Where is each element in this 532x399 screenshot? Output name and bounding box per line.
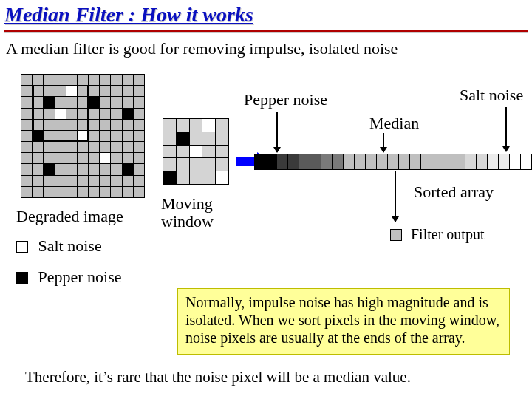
moving-window-grid (163, 118, 229, 185)
output-pointer (395, 171, 396, 222)
pepper-noise-label: Pepper noise (244, 90, 327, 109)
legend-pepper: Pepper noise (16, 267, 122, 287)
pepper-pointer (276, 112, 278, 152)
salt-swatch-icon (16, 241, 28, 253)
conclusion-text: Therefore, it’s rare that the noise pixe… (25, 368, 411, 386)
intro-text: A median filter is good for removing imp… (0, 32, 532, 58)
note-callout: Normally, impulse noise has high magnitu… (177, 288, 510, 355)
moving-window-text: Moving window (161, 195, 228, 231)
sorted-array-row (254, 154, 532, 170)
filter-output-label: Filter output (411, 226, 484, 242)
pepper-swatch-icon (16, 272, 28, 284)
salt-pointer (505, 107, 507, 151)
page-title: Median Filter : How it works (0, 0, 532, 28)
median-label: Median (369, 114, 419, 133)
legend-pepper-text: Pepper noise (38, 267, 122, 286)
legend-salt: Salt noise (16, 236, 102, 256)
salt-noise-label: Salt noise (460, 86, 523, 105)
degraded-image-label: Degraded image (16, 207, 123, 226)
filter-output-swatch (390, 229, 402, 241)
median-pointer (383, 133, 384, 152)
sorted-array-label: Sorted array (414, 183, 494, 200)
degraded-image-grid (21, 74, 145, 198)
moving-window-label: Moving window (161, 195, 228, 231)
filter-output-group: Filter output (390, 226, 484, 243)
legend-salt-text: Salt noise (38, 236, 102, 255)
